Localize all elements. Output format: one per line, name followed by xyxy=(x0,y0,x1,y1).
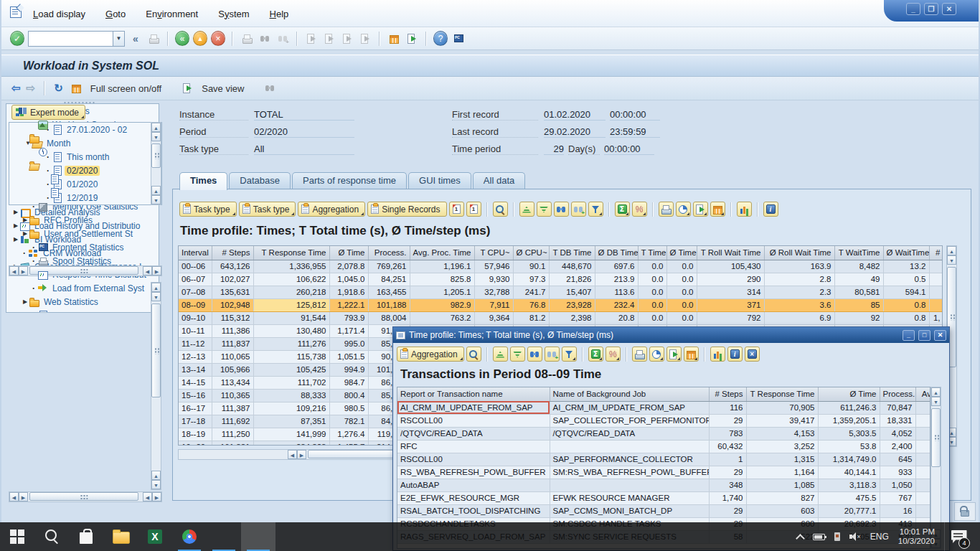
analysis-item-db-connection-statistic[interactable]: ·DB Connection Statistic xyxy=(6,309,159,313)
table-row[interactable]: E2E_EFWK_RESOURCE_MGREFWK RESOURCE MANAG… xyxy=(397,491,930,504)
taskbar-chrome[interactable] xyxy=(172,522,207,551)
column-header[interactable]: Ø Time xyxy=(818,387,880,401)
subtotal-icon[interactable]: % xyxy=(632,202,647,217)
choose-detail-icon[interactable] xyxy=(466,347,481,362)
expander-icon[interactable]: ▶ xyxy=(11,222,20,229)
previous-page-icon[interactable] xyxy=(322,32,336,46)
popup-minimize-button[interactable]: _ xyxy=(903,330,915,341)
enter-check-icon[interactable]: ✓ xyxy=(10,32,24,46)
cancel-icon[interactable]: × xyxy=(211,32,225,46)
language-indicator[interactable]: ENG xyxy=(870,532,889,542)
table-row[interactable]: 06--07102,027106,6221,045.084,251825.89,… xyxy=(179,273,943,286)
menu-environment[interactable]: Environment xyxy=(146,9,198,19)
customize-local-layout-icon[interactable] xyxy=(451,32,466,46)
column-header[interactable]: # xyxy=(929,246,943,260)
views-icon[interactable] xyxy=(676,202,691,217)
column-header[interactable]: T CPU~ xyxy=(474,246,513,260)
analysis-item-web-statistics[interactable]: ▶Web Statistics xyxy=(6,295,159,309)
column-header[interactable]: Interval xyxy=(179,246,212,260)
find-next-icon[interactable] xyxy=(545,347,560,362)
save-view-icon[interactable] xyxy=(180,81,194,95)
graphic-icon[interactable] xyxy=(737,202,752,217)
table-row[interactable]: RSCOLL00SAP_PERFORMANCE_COLLECTOR11,3151… xyxy=(397,453,930,466)
taskbar-search[interactable] xyxy=(34,522,69,551)
up-icon[interactable]: ▲ xyxy=(193,32,207,46)
popup-maximize-button[interactable]: □ xyxy=(918,330,930,341)
popup-close-button[interactable]: ✕ xyxy=(934,330,946,341)
collapse-chevrons-icon[interactable]: « xyxy=(128,32,143,46)
column-header[interactable]: # Steps xyxy=(212,246,253,260)
column-header[interactable]: T Roll Wait Time xyxy=(697,246,764,260)
tray-chevron-icon[interactable] xyxy=(796,534,805,543)
export-icon[interactable] xyxy=(666,347,682,362)
tab-gui-times[interactable]: GUI times xyxy=(408,172,471,189)
menu-load-display[interactable]: Load display xyxy=(33,9,85,19)
table-row[interactable]: RS_WBA_REFRESH_POWL_BUFFERSM:RS_WBA_REFR… xyxy=(397,466,930,479)
first-page-icon[interactable] xyxy=(304,32,319,46)
table-row[interactable]: 09--10115,31291,544793.988,004763.29,364… xyxy=(179,311,943,324)
menu-system[interactable]: System xyxy=(218,9,249,19)
table-row[interactable]: 00--06643,1261,336,9552,078.8769,2611,19… xyxy=(179,260,943,273)
create-shortcut-icon[interactable] xyxy=(405,32,419,46)
info-icon[interactable]: i xyxy=(763,202,778,217)
expander-icon[interactable]: ▶ xyxy=(11,209,20,215)
window-menu-icon[interactable] xyxy=(10,6,22,18)
menu-goto[interactable]: Goto xyxy=(105,9,126,19)
column-header[interactable]: Report or Transaction name xyxy=(397,387,550,401)
choose-detail-icon[interactable] xyxy=(493,202,508,217)
sort-ascending-icon[interactable] xyxy=(493,347,508,362)
subtotal-icon[interactable]: % xyxy=(606,347,621,362)
sort-descending-icon[interactable] xyxy=(537,202,552,217)
save-view-label[interactable]: Save view xyxy=(202,83,244,94)
find-next-icon[interactable] xyxy=(571,202,586,217)
minimize-button[interactable]: _ xyxy=(906,3,920,15)
single-records-button[interactable]: Single Records xyxy=(367,202,446,217)
column-header[interactable]: Avg. xyxy=(915,387,930,401)
aggregation-button[interactable]: Aggregation xyxy=(397,347,464,362)
find-icon[interactable] xyxy=(527,347,542,362)
battery-icon[interactable] xyxy=(813,534,825,540)
print-icon[interactable] xyxy=(632,347,647,362)
close-button[interactable]: ✕ xyxy=(942,3,956,15)
column-header[interactable]: T Response Time xyxy=(746,387,818,401)
find-icon[interactable] xyxy=(258,32,272,46)
column-header[interactable]: Ø Time xyxy=(329,246,368,260)
column-header[interactable]: Ø CPU~ xyxy=(513,246,549,260)
new-session-icon[interactable] xyxy=(387,32,401,46)
help-icon[interactable]: ? xyxy=(433,32,448,46)
table-row[interactable]: AI_CRM_IM_UPDATE_FROM_SAPAI_CRM_IM_UPDAT… xyxy=(397,401,930,414)
categories-item-crm-workload[interactable]: ·CRM Workload xyxy=(9,246,162,260)
single-record-note-1-icon[interactable]: 1 xyxy=(449,202,464,217)
table-row[interactable]: /QTQVC/READ_DATA/QTQVC/READ_DATA7834,153… xyxy=(397,427,930,440)
task-type-button[interactable]: Task type xyxy=(239,202,296,217)
table-row[interactable]: 07--08135,631260,2181,918.6163,4551,205.… xyxy=(179,286,943,298)
column-header[interactable]: Ø Roll Wait Time xyxy=(764,246,834,260)
taskbar-clock[interactable]: 10:01 PM 10/3/2020 xyxy=(898,527,935,546)
tab-parts-of-response-time[interactable]: Parts of response time xyxy=(292,172,407,189)
views-icon[interactable] xyxy=(649,347,664,362)
column-header[interactable]: T WaitTime xyxy=(834,246,883,260)
close-window-icon[interactable]: × xyxy=(745,347,760,362)
find-next-icon[interactable] xyxy=(275,32,290,46)
back-icon[interactable]: ⇦ xyxy=(11,82,21,95)
taskbar-file-explorer[interactable] xyxy=(103,522,138,551)
info-icon[interactable]: i xyxy=(727,347,743,362)
column-header[interactable]: T DB Time xyxy=(549,246,595,260)
total-icon[interactable]: Σ xyxy=(588,347,603,362)
sort-ascending-icon[interactable] xyxy=(519,202,534,217)
column-header[interactable]: T Time xyxy=(638,246,666,260)
find-icon[interactable] xyxy=(554,202,569,217)
tree-horizontal-scrollbar[interactable]: ◀▶◀▶ xyxy=(9,265,162,276)
column-header[interactable]: T Response Time xyxy=(253,246,329,260)
periods-item-12-2019[interactable]: ·12/2019 xyxy=(9,191,161,204)
table-row[interactable]: RSCOLL00SAP_COLLECTOR_FOR_PERFMONITOR293… xyxy=(397,414,930,427)
fullscreen-label[interactable]: Full screen on/off xyxy=(90,83,161,94)
last-page-icon[interactable] xyxy=(358,32,372,46)
column-header[interactable]: # Steps xyxy=(709,387,746,401)
column-header[interactable]: Ø DB Time xyxy=(595,246,638,260)
analysis-item-load-from-external-syst[interactable]: ·Load from External Syst xyxy=(6,281,159,295)
print-icon[interactable] xyxy=(659,202,674,217)
tree-analysis-scrollbar[interactable]: ▲▼▲▼ xyxy=(151,282,161,490)
column-header[interactable]: Avg. Proc. Time xyxy=(410,246,474,260)
column-header[interactable]: Ø Time xyxy=(666,246,697,260)
